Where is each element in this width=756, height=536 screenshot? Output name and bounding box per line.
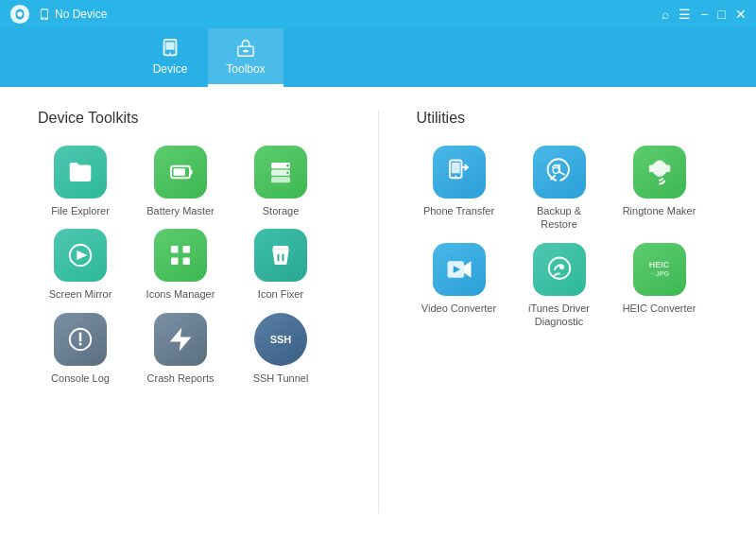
tool-battery-master[interactable]: Battery Master <box>138 146 223 217</box>
svg-marker-34 <box>464 261 472 278</box>
device-toolkits-section: Device Toolkits File Explorer Batt <box>38 110 340 513</box>
title-bar-controls[interactable]: ⌕ ☰ − □ ✕ <box>662 7 747 22</box>
ringtone-maker-label: Ringtone Maker <box>623 204 696 217</box>
tool-phone-transfer[interactable]: Phone Transfer <box>417 146 502 232</box>
utilities-section: Utilities Phone Transfer <box>417 110 719 513</box>
tool-file-explorer[interactable]: File Explorer <box>38 146 123 217</box>
file-explorer-icon <box>54 146 107 199</box>
tool-screen-mirror[interactable]: Screen Mirror <box>38 229 123 301</box>
title-bar: No Device ⌕ ☰ − □ ✕ <box>0 0 756 28</box>
search-icon[interactable]: ⌕ <box>662 7 669 22</box>
screen-mirror-label: Screen Mirror <box>49 287 112 301</box>
nav-bar: Device Toolbox <box>0 28 756 87</box>
console-log-icon <box>54 313 107 366</box>
svg-point-17 <box>286 171 289 174</box>
tool-heic-converter[interactable]: HEIC →JPG HEIC Converter <box>617 243 702 329</box>
tool-video-converter[interactable]: Video Converter <box>417 243 502 329</box>
section-divider <box>378 110 379 513</box>
minimize-icon[interactable]: − <box>700 7 708 22</box>
tool-backup-restore[interactable]: Backup & Restore <box>517 146 602 232</box>
tool-itunes-driver[interactable]: iTunes Driver Diagnostic <box>517 243 602 329</box>
ssh-text: SSH <box>270 334 292 345</box>
svg-rect-20 <box>171 246 179 253</box>
battery-master-label: Battery Master <box>146 204 215 217</box>
crash-reports-label: Crash Reports <box>147 372 215 385</box>
battery-master-icon <box>154 146 207 199</box>
svg-rect-30 <box>451 163 459 173</box>
svg-rect-12 <box>174 168 186 176</box>
device-label: No Device <box>38 8 107 21</box>
svg-rect-15 <box>271 177 290 182</box>
tool-icon-fixer[interactable]: Icon Fixer <box>238 229 323 301</box>
svg-point-7 <box>169 52 171 54</box>
crash-reports-icon <box>154 313 207 366</box>
ssh-tunnel-label: SSH Tunnel <box>253 372 309 385</box>
svg-rect-22 <box>171 258 179 266</box>
storage-icon <box>254 146 307 199</box>
close-icon[interactable]: ✕ <box>735 7 747 22</box>
ssh-tunnel-icon: SSH <box>254 313 307 366</box>
heic-converter-icon: HEIC →JPG <box>633 243 686 296</box>
video-converter-icon <box>433 243 486 296</box>
svg-rect-21 <box>183 246 191 253</box>
ringtone-maker-icon <box>633 146 686 199</box>
toolbox-tab-icon <box>235 38 256 59</box>
icons-manager-icon <box>154 229 207 282</box>
tool-ringtone-maker[interactable]: Ringtone Maker <box>617 146 702 232</box>
svg-point-1 <box>17 11 23 17</box>
phone-transfer-label: Phone Transfer <box>423 204 494 217</box>
title-bar-left: No Device <box>9 4 107 25</box>
screen-mirror-icon <box>54 229 107 282</box>
tool-crash-reports[interactable]: Crash Reports <box>138 313 223 385</box>
file-explorer-label: File Explorer <box>51 204 110 217</box>
device-tab-icon <box>160 38 180 59</box>
svg-point-4 <box>43 18 45 20</box>
svg-marker-19 <box>77 251 87 260</box>
utilities-title: Utilities <box>417 110 719 127</box>
tool-storage[interactable]: Storage <box>238 146 323 217</box>
icon-fixer-icon <box>254 229 307 282</box>
heic-converter-label: HEIC Converter <box>623 302 696 315</box>
icon-fixer-label: Icon Fixer <box>258 287 303 301</box>
utilities-grid: Phone Transfer Backup & Restore <box>417 146 719 328</box>
tab-toolbox[interactable]: Toolbox <box>208 28 284 87</box>
tool-icons-manager[interactable]: Icons Manager <box>138 229 223 301</box>
itunes-driver-label: iTunes Driver Diagnostic <box>522 302 597 329</box>
console-log-label: Console Log <box>51 372 110 385</box>
svg-rect-9 <box>243 49 249 51</box>
tool-ssh-tunnel[interactable]: SSH SSH Tunnel <box>238 313 323 385</box>
maximize-icon[interactable]: □ <box>718 7 726 22</box>
tab-device[interactable]: Device <box>132 28 208 87</box>
storage-label: Storage <box>263 204 300 217</box>
itunes-driver-icon <box>533 243 586 296</box>
menu-icon[interactable]: ☰ <box>679 7 691 22</box>
phone-transfer-icon <box>433 146 486 199</box>
device-toolkits-grid: File Explorer Battery Master <box>38 146 340 385</box>
svg-point-32 <box>553 167 558 173</box>
video-converter-label: Video Converter <box>421 302 496 315</box>
app-logo-icon <box>9 4 30 25</box>
svg-rect-6 <box>165 42 174 49</box>
svg-rect-11 <box>190 170 193 175</box>
device-toolkits-title: Device Toolkits <box>38 110 340 127</box>
svg-point-16 <box>286 164 289 167</box>
phone-icon <box>38 8 51 21</box>
backup-restore-icon <box>533 146 586 199</box>
svg-point-31 <box>455 175 456 177</box>
svg-rect-23 <box>183 258 191 266</box>
icons-manager-label: Icons Manager <box>146 287 215 301</box>
content-area: Device Toolkits File Explorer Batt <box>0 87 756 536</box>
svg-rect-3 <box>42 10 47 18</box>
tool-console-log[interactable]: Console Log <box>38 313 123 385</box>
svg-point-36 <box>559 265 564 269</box>
backup-restore-label: Backup & Restore <box>522 204 597 232</box>
svg-point-28 <box>79 342 82 345</box>
